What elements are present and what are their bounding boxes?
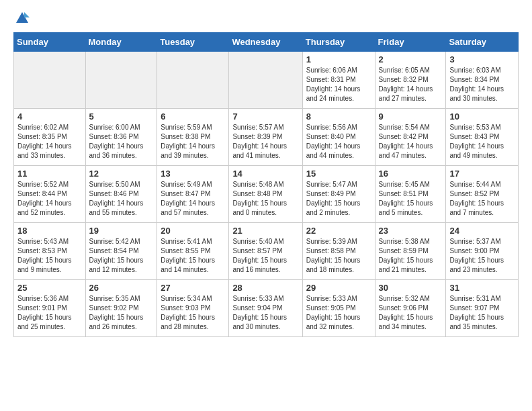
calendar-cell: 20Sunrise: 5:41 AMSunset: 8:55 PMDayligh… <box>157 223 229 280</box>
day-info: Sunrise: 6:03 AMSunset: 8:34 PMDaylight:… <box>449 66 515 103</box>
day-info: Sunrise: 6:02 AMSunset: 8:35 PMDaylight:… <box>17 123 82 161</box>
day-info: Sunrise: 5:33 AMSunset: 9:05 PMDaylight:… <box>306 294 371 332</box>
day-number: 1 <box>306 54 371 64</box>
week-row-3: 11Sunrise: 5:52 AMSunset: 8:44 PMDayligh… <box>14 166 519 223</box>
day-number: 9 <box>379 111 443 122</box>
logo-icon <box>15 11 30 26</box>
calendar-cell: 8Sunrise: 5:56 AMSunset: 8:40 PMDaylight… <box>302 109 375 166</box>
day-number: 31 <box>449 283 515 293</box>
calendar-cell: 16Sunrise: 5:45 AMSunset: 8:51 PMDayligh… <box>375 166 446 223</box>
calendar-cell: 13Sunrise: 5:49 AMSunset: 8:47 PMDayligh… <box>157 166 229 223</box>
weekday-friday: Friday <box>375 33 446 52</box>
day-number: 28 <box>232 283 298 293</box>
calendar-cell: 25Sunrise: 5:36 AMSunset: 9:01 PMDayligh… <box>14 280 86 337</box>
day-number: 24 <box>449 226 515 236</box>
calendar-cell: 19Sunrise: 5:42 AMSunset: 8:54 PMDayligh… <box>85 223 157 280</box>
day-number: 25 <box>17 283 82 293</box>
day-info: Sunrise: 6:05 AMSunset: 8:32 PMDaylight:… <box>379 66 443 103</box>
day-info: Sunrise: 5:35 AMSunset: 9:02 PMDaylight:… <box>89 294 154 332</box>
day-number: 26 <box>89 283 154 293</box>
weekday-tuesday: Tuesday <box>157 33 229 52</box>
day-info: Sunrise: 5:41 AMSunset: 8:55 PMDaylight:… <box>161 237 225 275</box>
weekday-sunday: Sunday <box>14 33 86 52</box>
day-info: Sunrise: 5:38 AMSunset: 8:59 PMDaylight:… <box>379 237 443 275</box>
day-info: Sunrise: 5:48 AMSunset: 8:48 PMDaylight:… <box>232 180 298 218</box>
calendar-cell: 29Sunrise: 5:33 AMSunset: 9:05 PMDayligh… <box>302 280 375 337</box>
day-number: 11 <box>17 169 82 179</box>
week-row-5: 25Sunrise: 5:36 AMSunset: 9:01 PMDayligh… <box>14 280 519 337</box>
day-number: 21 <box>232 226 298 236</box>
calendar-cell: 30Sunrise: 5:32 AMSunset: 9:06 PMDayligh… <box>375 280 446 337</box>
calendar-cell: 11Sunrise: 5:52 AMSunset: 8:44 PMDayligh… <box>14 166 86 223</box>
calendar-cell: 3Sunrise: 6:03 AMSunset: 8:34 PMDaylight… <box>446 52 519 109</box>
day-info: Sunrise: 5:45 AMSunset: 8:51 PMDaylight:… <box>379 180 443 218</box>
day-info: Sunrise: 5:44 AMSunset: 8:52 PMDaylight:… <box>449 180 515 218</box>
header <box>13 11 519 26</box>
day-info: Sunrise: 5:43 AMSunset: 8:53 PMDaylight:… <box>17 237 82 275</box>
calendar-cell: 2Sunrise: 6:05 AMSunset: 8:32 PMDaylight… <box>375 52 446 109</box>
day-number: 5 <box>89 111 154 122</box>
calendar-cell: 12Sunrise: 5:50 AMSunset: 8:46 PMDayligh… <box>85 166 157 223</box>
calendar-cell: 27Sunrise: 5:34 AMSunset: 9:03 PMDayligh… <box>157 280 229 337</box>
day-number: 30 <box>379 283 443 293</box>
calendar-cell: 1Sunrise: 6:06 AMSunset: 8:31 PMDaylight… <box>302 52 375 109</box>
weekday-monday: Monday <box>85 33 157 52</box>
weekday-saturday: Saturday <box>446 33 519 52</box>
day-info: Sunrise: 5:56 AMSunset: 8:40 PMDaylight:… <box>306 123 371 161</box>
calendar-cell: 17Sunrise: 5:44 AMSunset: 8:52 PMDayligh… <box>446 166 519 223</box>
day-info: Sunrise: 5:53 AMSunset: 8:43 PMDaylight:… <box>449 123 515 161</box>
calendar-cell <box>14 52 86 109</box>
day-number: 29 <box>306 283 371 293</box>
calendar-cell <box>85 52 157 109</box>
calendar-cell <box>157 52 229 109</box>
day-number: 13 <box>161 169 225 179</box>
day-number: 6 <box>161 111 225 122</box>
day-number: 22 <box>306 226 371 236</box>
day-info: Sunrise: 5:50 AMSunset: 8:46 PMDaylight:… <box>89 180 154 218</box>
day-number: 16 <box>379 169 443 179</box>
calendar-cell: 26Sunrise: 5:35 AMSunset: 9:02 PMDayligh… <box>85 280 157 337</box>
day-info: Sunrise: 5:57 AMSunset: 8:39 PMDaylight:… <box>232 123 298 161</box>
day-number: 8 <box>306 111 371 122</box>
day-number: 23 <box>379 226 443 236</box>
day-number: 19 <box>89 226 154 236</box>
day-number: 27 <box>161 283 225 293</box>
calendar-cell: 4Sunrise: 6:02 AMSunset: 8:35 PMDaylight… <box>14 109 86 166</box>
calendar-cell: 10Sunrise: 5:53 AMSunset: 8:43 PMDayligh… <box>446 109 519 166</box>
day-number: 14 <box>232 169 298 179</box>
day-info: Sunrise: 5:49 AMSunset: 8:47 PMDaylight:… <box>161 180 225 218</box>
day-number: 18 <box>17 226 82 236</box>
day-info: Sunrise: 5:54 AMSunset: 8:42 PMDaylight:… <box>379 123 443 161</box>
calendar-cell: 15Sunrise: 5:47 AMSunset: 8:49 PMDayligh… <box>302 166 375 223</box>
weekday-header-row: SundayMondayTuesdayWednesdayThursdayFrid… <box>14 33 519 52</box>
calendar-cell: 28Sunrise: 5:33 AMSunset: 9:04 PMDayligh… <box>229 280 302 337</box>
day-info: Sunrise: 5:34 AMSunset: 9:03 PMDaylight:… <box>161 294 225 332</box>
week-row-1: 1Sunrise: 6:06 AMSunset: 8:31 PMDaylight… <box>14 52 519 109</box>
day-info: Sunrise: 5:31 AMSunset: 9:07 PMDaylight:… <box>449 294 515 332</box>
day-number: 3 <box>449 54 515 64</box>
day-info: Sunrise: 5:36 AMSunset: 9:01 PMDaylight:… <box>17 294 82 332</box>
week-row-2: 4Sunrise: 6:02 AMSunset: 8:35 PMDaylight… <box>14 109 519 166</box>
calendar-cell: 5Sunrise: 6:00 AMSunset: 8:36 PMDaylight… <box>85 109 157 166</box>
day-info: Sunrise: 6:00 AMSunset: 8:36 PMDaylight:… <box>89 123 154 161</box>
day-info: Sunrise: 5:42 AMSunset: 8:54 PMDaylight:… <box>89 237 154 275</box>
day-number: 17 <box>449 169 515 179</box>
page: SundayMondayTuesdayWednesdayThursdayFrid… <box>0 0 532 348</box>
calendar-cell: 18Sunrise: 5:43 AMSunset: 8:53 PMDayligh… <box>14 223 86 280</box>
calendar-cell: 14Sunrise: 5:48 AMSunset: 8:48 PMDayligh… <box>229 166 302 223</box>
day-number: 4 <box>17 111 82 122</box>
day-number: 7 <box>232 111 298 122</box>
day-info: Sunrise: 5:39 AMSunset: 8:58 PMDaylight:… <box>306 237 371 275</box>
calendar-cell: 22Sunrise: 5:39 AMSunset: 8:58 PMDayligh… <box>302 223 375 280</box>
calendar-cell: 24Sunrise: 5:37 AMSunset: 9:00 PMDayligh… <box>446 223 519 280</box>
day-info: Sunrise: 5:32 AMSunset: 9:06 PMDaylight:… <box>379 294 443 332</box>
calendar-cell: 21Sunrise: 5:40 AMSunset: 8:57 PMDayligh… <box>229 223 302 280</box>
calendar-cell: 7Sunrise: 5:57 AMSunset: 8:39 PMDaylight… <box>229 109 302 166</box>
calendar-cell: 9Sunrise: 5:54 AMSunset: 8:42 PMDaylight… <box>375 109 446 166</box>
calendar-cell: 23Sunrise: 5:38 AMSunset: 8:59 PMDayligh… <box>375 223 446 280</box>
day-info: Sunrise: 5:52 AMSunset: 8:44 PMDaylight:… <box>17 180 82 218</box>
svg-marker-1 <box>24 12 30 17</box>
day-number: 15 <box>306 169 371 179</box>
calendar-table: SundayMondayTuesdayWednesdayThursdayFrid… <box>13 32 519 337</box>
day-number: 20 <box>161 226 225 236</box>
